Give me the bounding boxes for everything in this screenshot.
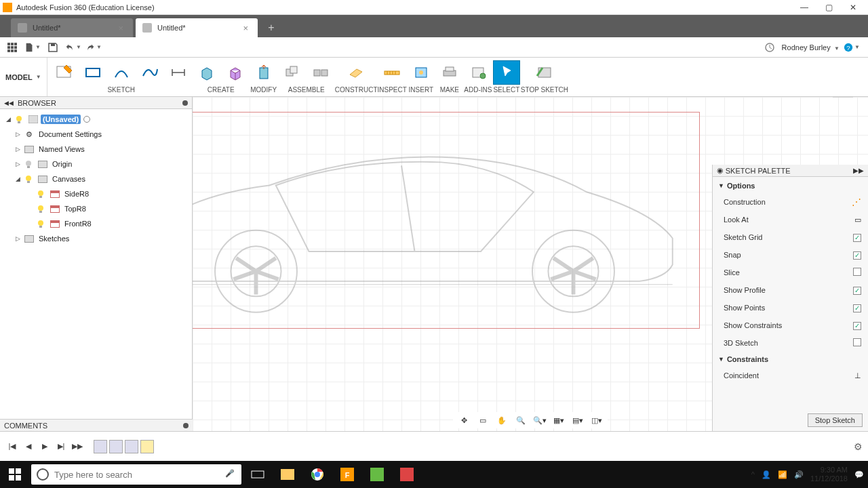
timeline-feature[interactable] [94,440,107,453]
tree-node-canvas[interactable]: FrontR8 [1,216,191,231]
group-label[interactable]: INSERT [409,86,434,94]
timeline-feature[interactable] [109,440,123,453]
option-lookat[interactable]: Look At▭ [713,211,868,228]
tray-people-icon[interactable]: 👤 [762,470,771,479]
comments-panel-header[interactable]: COMMENTS [0,419,193,431]
new-tab-button[interactable]: + [263,20,279,36]
coincident-icon[interactable]: ⊥ [854,371,861,380]
data-panel-button[interactable] [4,39,20,56]
viewport[interactable]: RIGHT ◉ SKETCH PALETTE ▶▶ ▼Options Const… [193,97,868,431]
minimize-button[interactable]: — [792,0,816,15]
taskbar-app-green[interactable] [362,461,392,488]
spline-tool[interactable] [136,60,163,85]
group-label[interactable]: ASSEMBLE [288,86,325,94]
tray-notifications-icon[interactable]: 💬 [854,470,864,479]
joint-tool[interactable] [307,60,334,85]
scripts-tool[interactable] [465,60,492,85]
construction-linetype-icon[interactable]: ⋰ [852,197,861,207]
press-pull-tool[interactable] [250,60,277,85]
lightbulb-icon[interactable] [24,174,33,184]
group-label[interactable]: CREATE [208,86,235,94]
palette-header[interactable]: ◉ SKETCH PALETTE ▶▶ [713,165,868,177]
document-tab[interactable]: Untitled* × [136,18,258,37]
user-menu[interactable]: Rodney Burley ▼ [782,43,840,52]
rectangle-tool[interactable] [79,60,106,85]
taskbar-chrome[interactable] [302,461,332,488]
measure-tool[interactable] [378,60,406,85]
workspace-switcher[interactable]: MODEL ▼ [0,58,47,96]
taskbar-app-red[interactable] [392,461,422,488]
browser-header[interactable]: ◀◀ BROWSER [0,97,192,109]
group-label[interactable]: SKETCH [107,86,135,94]
expand-icon[interactable]: ▶▶ [853,167,864,174]
help-button[interactable]: ?▼ [844,39,860,56]
close-button[interactable]: ✕ [841,0,865,15]
insert-derive-tool[interactable] [408,60,435,85]
arc-tool[interactable] [108,60,135,85]
group-label[interactable]: CONSTRUCT [335,86,378,94]
lookat-button[interactable]: ▭ [476,413,490,427]
grid-button[interactable]: ▤▾ [571,413,585,427]
attached-canvas[interactable] [193,112,700,329]
tree-root[interactable]: ◢ (Unsaved) [1,112,191,127]
tree-node-canvas[interactable]: TopR8 [1,201,191,216]
dimension-tool[interactable] [165,60,192,85]
group-label[interactable]: INSPECT [378,86,407,94]
create-sketch-tool[interactable] [51,60,78,85]
viewport-button[interactable]: ◫▾ [590,413,604,427]
extrude-tool[interactable] [193,60,220,85]
system-tray[interactable]: ^ 👤 📶 🔊 9:30 AM 11/12/2018 💬 [751,466,868,483]
panel-options-icon[interactable] [182,100,188,106]
tree-node-canvases[interactable]: ◢Canvases [1,171,191,186]
taskbar-fusion[interactable]: F [332,461,362,488]
search-input[interactable] [54,470,225,480]
file-menu-button[interactable]: ▼ [24,39,41,56]
timeline-next-button[interactable]: ▶| [54,440,68,453]
option-construction[interactable]: Construction⋰ [713,193,868,211]
box-tool[interactable] [222,60,249,85]
slice-checkbox[interactable] [853,268,861,276]
tray-volume-icon[interactable]: 🔊 [794,470,804,479]
constraint-coincident[interactable]: Coincident⊥ [713,367,868,384]
timeline-end-button[interactable]: ▶▶ [71,440,84,453]
close-icon[interactable]: × [115,23,126,33]
panel-options-icon[interactable] [183,423,189,428]
sketch3d-checkbox[interactable] [853,338,861,346]
timeline-start-button[interactable]: |◀ [5,440,19,453]
maximize-button[interactable]: ▢ [816,0,841,15]
close-icon[interactable]: × [240,23,251,33]
grid-checkbox[interactable] [853,234,861,242]
options-section-header[interactable]: ▼Options [713,178,868,193]
orbit-button[interactable]: ✥ [457,413,471,427]
tray-clock[interactable]: 9:30 AM 11/12/2018 [810,466,848,483]
group-label[interactable]: MAKE [440,86,459,94]
timeline-prev-button[interactable]: ◀ [22,440,35,453]
timeline-play-button[interactable]: ▶ [38,440,52,453]
points-checkbox[interactable] [853,304,861,312]
timeline-feature[interactable] [125,440,138,453]
lightbulb-icon[interactable] [14,115,24,124]
display-button[interactable]: ▦▾ [552,413,566,427]
document-tab[interactable]: Untitled* × [11,18,133,37]
constraints-section-header[interactable]: ▼Constraints [713,352,868,367]
lookat-icon[interactable]: ▭ [854,216,861,224]
activate-radio[interactable] [83,116,90,123]
save-button[interactable] [45,39,61,56]
profile-checkbox[interactable] [853,287,861,295]
tree-node-views[interactable]: ▷Named Views [1,142,191,157]
tree-node-sketches[interactable]: ▷Sketches [1,231,191,246]
tray-chevron-icon[interactable]: ^ [751,470,755,479]
plane-tool[interactable] [342,60,370,85]
taskbar-search[interactable]: 🎤 [31,464,241,485]
group-label[interactable]: SELECT [493,86,519,94]
group-label[interactable]: MODIFY [250,86,277,94]
taskbar-explorer[interactable] [273,461,302,488]
start-button[interactable] [0,461,30,488]
group-label[interactable]: STOP SKETCH [521,86,568,94]
select-tool[interactable] [493,60,520,85]
task-view-button[interactable] [243,461,273,488]
timeline-feature[interactable] [140,440,154,453]
snap-checkbox[interactable] [853,251,861,260]
group-label[interactable]: ADD-INS [464,86,492,94]
stop-sketch-button[interactable]: Stop Sketch [808,413,863,427]
